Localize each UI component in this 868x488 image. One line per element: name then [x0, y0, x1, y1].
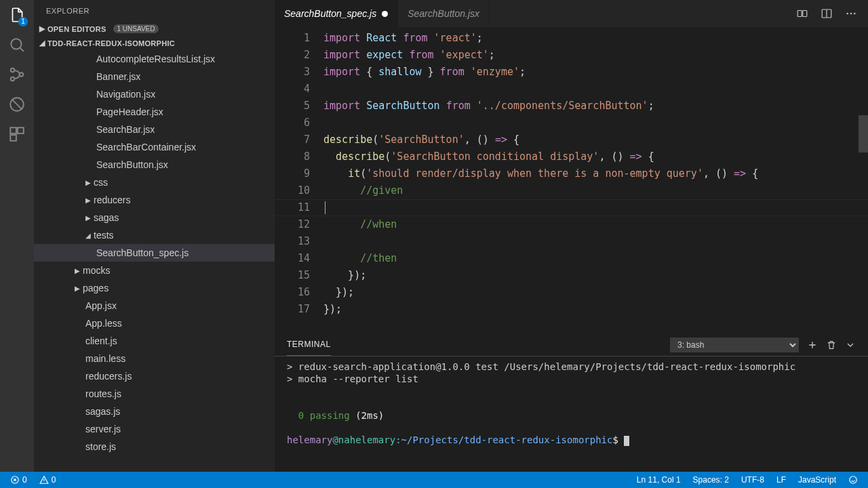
tree-row[interactable]: ▶pages [34, 279, 275, 297]
tree-row[interactable]: ▶sagas [34, 209, 275, 226]
terminal-panel: TERMINAL 3: bash > redux-search-applicat… [275, 333, 868, 472]
status-bar: 0 0 Ln 11, Col 1 Spaces: 2 UTF-8 LF Java… [0, 472, 868, 488]
project-name: TDD-REACT-REDUX-ISOMORPHIC [47, 39, 175, 47]
terminal-kill-icon[interactable] [826, 340, 837, 350]
unsaved-pill: 1 UNSAVED [113, 24, 159, 33]
status-spaces[interactable]: Spaces: 2 [690, 475, 732, 485]
tree-row[interactable]: PageHeader.jsx [34, 103, 275, 121]
svg-point-12 [850, 13, 852, 15]
svg-rect-7 [10, 135, 16, 141]
svg-point-13 [854, 13, 856, 15]
tree-row[interactable]: SearchBar.jsx [34, 121, 275, 138]
status-lncol[interactable]: Ln 11, Col 1 [633, 475, 684, 485]
tree-row[interactable]: App.less [34, 314, 275, 332]
tree-row[interactable]: server.js [34, 420, 275, 438]
status-errors[interactable]: 0 [7, 475, 31, 485]
editor-area: SearchButton_spec.js SearchButton.jsx 12… [275, 0, 868, 472]
tree-row[interactable]: client.js [34, 332, 275, 350]
tree-row[interactable]: main.less [34, 350, 275, 367]
sidebar-title: EXPLORER [34, 0, 275, 22]
tree-row[interactable]: routes.js [34, 385, 275, 403]
tree-row[interactable]: ▶css [34, 174, 275, 191]
svg-point-11 [846, 13, 848, 15]
tab-inactive[interactable]: SearchButton.jsx [398, 0, 490, 27]
terminal-title[interactable]: TERMINAL [287, 333, 331, 356]
tree-row[interactable]: SearchButton.jsx [34, 156, 275, 174]
terminal-toggle-icon[interactable] [845, 340, 856, 350]
tree-row[interactable]: ▶reducers [34, 191, 275, 209]
split-icon[interactable] [821, 7, 833, 20]
debug-icon[interactable] [7, 95, 26, 114]
tree-row[interactable]: SearchBarContainer.jsx [34, 138, 275, 156]
open-editors-header[interactable]: ▶ OPEN EDITORS 1 UNSAVED [34, 22, 275, 36]
tree-row[interactable]: Navigation.jsx [34, 85, 275, 103]
scm-icon[interactable] [7, 65, 26, 84]
extensions-icon[interactable] [7, 125, 26, 144]
tree-row[interactable]: reducers.js [34, 367, 275, 385]
svg-point-1 [11, 68, 14, 72]
explorer-badge: 1 [18, 17, 28, 26]
search-icon[interactable] [7, 35, 26, 54]
file-tree[interactable]: AutocompleteResultsList.jsxBanner.jsxNav… [34, 50, 275, 472]
tree-row[interactable]: ▶mocks [34, 262, 275, 279]
tree-row[interactable]: SearchButton_spec.js [34, 244, 275, 262]
code[interactable]: import React from 'react'; import expect… [323, 27, 868, 333]
activity-bar: 1 [0, 0, 34, 472]
sidebar: EXPLORER ▶ OPEN EDITORS 1 UNSAVED ◢ TDD-… [34, 0, 275, 472]
svg-rect-8 [797, 11, 802, 17]
svg-rect-9 [803, 11, 807, 17]
tree-row[interactable]: ◢tests [34, 226, 275, 244]
editor[interactable]: 1234567891011121314151617 import React f… [275, 27, 868, 333]
svg-point-0 [11, 39, 21, 49]
svg-rect-6 [18, 127, 24, 134]
explorer-icon[interactable]: 1 [7, 5, 26, 24]
status-lang[interactable]: JavaScript [795, 475, 840, 485]
tab-active-label: SearchButton_spec.js [284, 8, 376, 19]
tree-row[interactable]: store.js [34, 438, 275, 455]
terminal-select[interactable]: 3: bash [670, 338, 799, 352]
compare-icon[interactable] [796, 7, 808, 20]
tree-row[interactable]: Banner.jsx [34, 68, 275, 85]
gutter: 1234567891011121314151617 [275, 27, 323, 333]
tab-dirty-dot [382, 11, 388, 17]
tab-active[interactable]: SearchButton_spec.js [275, 0, 398, 27]
tree-row[interactable]: App.jsx [34, 297, 275, 314]
status-warnings[interactable]: 0 [36, 475, 60, 485]
svg-point-15 [850, 476, 857, 484]
tab-inactive-label: SearchButton.jsx [408, 8, 479, 19]
status-encoding[interactable]: UTF-8 [738, 475, 768, 485]
tree-row[interactable]: sagas.js [34, 403, 275, 420]
status-feedback-icon[interactable] [845, 475, 861, 485]
overview-ruler[interactable] [859, 27, 868, 333]
status-eol[interactable]: LF [773, 475, 789, 485]
tree-row[interactable]: AutocompleteResultsList.jsx [34, 50, 275, 68]
svg-point-2 [11, 77, 14, 81]
terminal-new-icon[interactable] [807, 340, 818, 350]
svg-rect-5 [10, 127, 16, 134]
more-icon[interactable] [845, 7, 857, 20]
tab-bar: SearchButton_spec.js SearchButton.jsx [275, 0, 868, 27]
open-editors-label: OPEN EDITORS [47, 25, 106, 33]
terminal-body[interactable]: > redux-search-application@1.0.0 test /U… [275, 357, 868, 472]
project-header[interactable]: ◢ TDD-REACT-REDUX-ISOMORPHIC [34, 36, 275, 50]
